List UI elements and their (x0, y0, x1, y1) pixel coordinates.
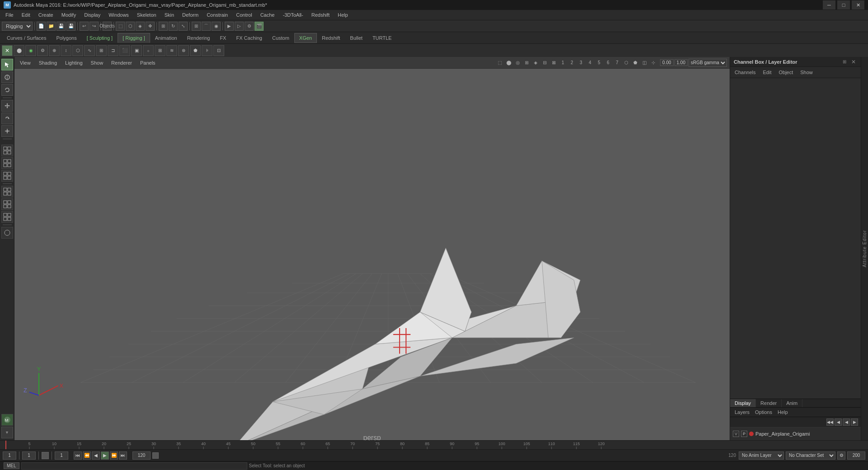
vp-camera-icon[interactable]: ⬤ (505, 59, 513, 67)
mirror-icon-btn[interactable]: ⊧ (202, 45, 212, 56)
channels-tab[interactable]: Channels (733, 69, 757, 76)
select-mode-button[interactable]: ⬚ (116, 22, 125, 31)
blendshape-icon-btn[interactable]: ≋ (166, 45, 177, 56)
vp-select-icon[interactable]: ⬚ (495, 59, 504, 67)
render-tab[interactable]: Render (756, 399, 782, 407)
tool-bottom-2[interactable]: ▼ (1, 427, 13, 438)
snap-grid-button[interactable]: ⊞ (192, 22, 201, 31)
3d-canvas[interactable]: X Y Z persp (14, 69, 730, 440)
tab-fx-caching[interactable]: FX Caching (231, 33, 267, 43)
tab-fx[interactable]: FX (215, 33, 231, 43)
pose-icon-btn[interactable]: ⊡ (213, 45, 224, 56)
skin-icon-btn[interactable]: ⊛ (178, 45, 189, 56)
options-option[interactable]: Options (753, 409, 774, 415)
select-tool[interactable] (1, 59, 13, 70)
menu-deform[interactable]: Deform (179, 11, 202, 19)
open-scene-button[interactable]: 📁 (47, 22, 56, 31)
help-option[interactable]: Help (776, 409, 790, 415)
character-set-dropdown[interactable]: No Character Set (786, 451, 835, 460)
tool-group-1[interactable] (1, 145, 13, 156)
light-icon-btn[interactable]: ◉ (25, 45, 36, 56)
title-bar-controls[interactable]: ─ □ ✕ (823, 0, 864, 9)
tab-xgen[interactable]: XGen (294, 33, 317, 43)
snap-point-button[interactable]: ◉ (212, 22, 221, 31)
show-tab[interactable]: Show (798, 69, 815, 76)
range-start-input[interactable] (55, 451, 68, 460)
vp-frame-icon[interactable]: ⊟ (541, 59, 549, 67)
menu-constrain[interactable]: Constrain (203, 11, 231, 19)
lattice-icon-btn[interactable]: ⊞ (155, 45, 165, 56)
select-icon-btn[interactable]: ✕ (2, 45, 13, 56)
joint-icon-btn[interactable]: ⊕ (49, 45, 60, 56)
panel-expand-button[interactable]: ⊞ (841, 58, 848, 66)
frame-input-field[interactable] (22, 451, 36, 460)
vp-wire-icon[interactable]: ⬡ (622, 59, 630, 67)
tool-group-4[interactable] (1, 186, 13, 197)
layer-prev-btn[interactable]: ◀ (835, 418, 842, 426)
menu-create[interactable]: Create (35, 11, 57, 19)
mode-dropdown[interactable]: Rigging (2, 22, 33, 31)
tool-group-5[interactable] (1, 198, 13, 210)
lighting-menu[interactable]: Lighting (62, 59, 85, 66)
layer-prev2-btn[interactable]: ◀ (843, 418, 850, 426)
menu-cache[interactable]: Cache (257, 11, 278, 19)
rotate-tool[interactable] (1, 113, 13, 124)
scale-button[interactable]: ⤡ (179, 22, 188, 31)
menu-help[interactable]: Help (334, 11, 352, 19)
tool-group-7[interactable] (1, 227, 13, 239)
camera-icon-btn[interactable]: ⬤ (14, 45, 24, 56)
attribute-editor-strip[interactable]: Attribute Editor (861, 57, 868, 440)
play-forward-button[interactable]: ▶ (101, 451, 109, 460)
panels-menu[interactable]: Panels (137, 59, 158, 66)
tool-group-2[interactable] (1, 157, 13, 169)
tab-rendering[interactable]: Rendering (182, 33, 215, 43)
vp-grid-icon[interactable]: ⊞ (523, 59, 531, 67)
play-back-button[interactable]: ◀ (92, 451, 100, 460)
rig-icon-btn[interactable]: ⚙ (37, 45, 48, 56)
new-scene-button[interactable]: 📄 (37, 22, 46, 31)
lasso-tool[interactable] (1, 84, 13, 96)
menu-skeleton[interactable]: Skeleton (133, 11, 160, 19)
tab-custom[interactable]: Custom (267, 33, 294, 43)
panel-close-button[interactable]: ✕ (850, 58, 857, 66)
vp-3-icon[interactable]: 3 (577, 59, 585, 67)
ipr-render-button[interactable]: ▷ (235, 22, 244, 31)
vp-toggle-icon[interactable]: ⊹ (649, 59, 657, 67)
paint-select-tool[interactable] (1, 71, 13, 83)
move-tool[interactable] (1, 100, 13, 112)
menu-redshift[interactable]: Redshift (308, 11, 333, 19)
go-to-start-button[interactable]: ⏮ (74, 451, 82, 460)
shading-menu[interactable]: Shading (36, 59, 60, 66)
anim-layer-indicator[interactable] (42, 452, 49, 459)
vp-1-icon[interactable]: 1 (559, 59, 567, 67)
layers-option[interactable]: Layers (733, 409, 751, 415)
renderer-menu[interactable]: Renderer (108, 59, 135, 66)
mel-button[interactable]: MEL (4, 462, 19, 469)
go-to-end-button[interactable]: ⏭ (119, 451, 127, 460)
layer-next-btn[interactable]: ▶ (851, 418, 858, 426)
nurbs-icon-btn[interactable]: ∿ (84, 45, 95, 56)
display-tab[interactable]: Display (730, 399, 756, 407)
undo-button[interactable]: ↩ (80, 22, 89, 31)
view-menu[interactable]: View (17, 59, 33, 66)
tab-curves-surfaces[interactable]: Curves / Surfaces (2, 33, 51, 43)
menu-skin[interactable]: Skin (161, 11, 178, 19)
tool-bottom-1[interactable]: M (1, 414, 13, 426)
vp-2-icon[interactable]: 2 (568, 59, 576, 67)
render-settings-button[interactable]: ⚙ (245, 22, 254, 31)
vp-6-icon[interactable]: 6 (604, 59, 612, 67)
move-tool-button[interactable]: ✥ (146, 22, 155, 31)
tab-turtle[interactable]: TURTLE (368, 33, 397, 43)
timeline-settings-button[interactable]: ⚙ (837, 451, 845, 460)
layer-color-swatch[interactable] (749, 432, 754, 436)
command-input[interactable] (21, 462, 247, 470)
cluster-icon-btn[interactable]: ⬡ (72, 45, 83, 56)
render-button[interactable]: ▶ (225, 22, 234, 31)
menu-edit[interactable]: Edit (18, 11, 34, 19)
vp-smooth-icon[interactable]: ⬟ (631, 59, 639, 67)
tab-animation[interactable]: Animation (150, 33, 182, 43)
constraint-icon-btn[interactable]: ⊞ (96, 45, 107, 56)
colorspace-select[interactable]: sRGB gamma (689, 59, 727, 67)
menu-windows[interactable]: Windows (105, 11, 132, 19)
menu-control[interactable]: Control (232, 11, 255, 19)
